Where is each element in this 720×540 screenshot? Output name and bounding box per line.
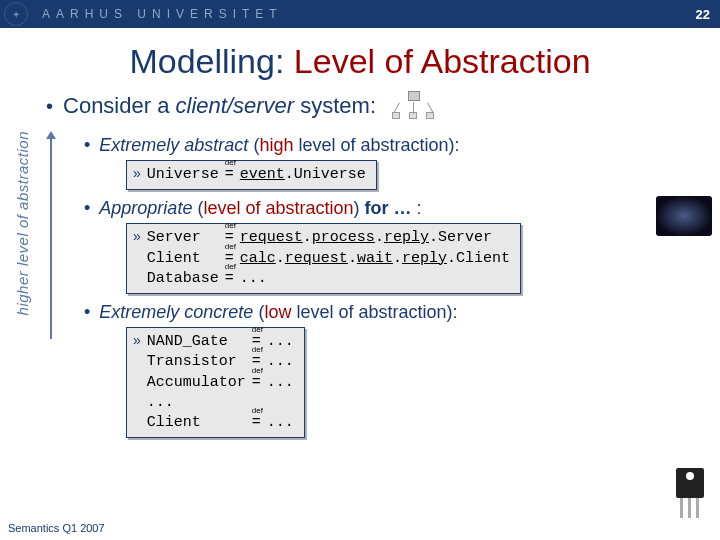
definition-box: »NAND_Gate Transistor Accumulator ... Cl… [126, 327, 305, 438]
definition-eq-col: def=def=def= def= [252, 332, 261, 433]
client-server-diagram-icon [392, 91, 436, 121]
definition-left: Server Client Database [147, 228, 219, 289]
sub-bullet-raquo-icon: » [133, 332, 141, 348]
main-bullet-suffix: system: [294, 93, 376, 118]
sub-bullet: • Extremely concrete (low level of abstr… [84, 302, 712, 323]
galaxy-icon [656, 196, 712, 236]
page-number: 22 [696, 7, 710, 22]
main-bullet-italic: client/server [176, 93, 295, 118]
sub-bullet-raquo-icon: » [133, 165, 141, 181]
abstraction-arrow [44, 127, 58, 438]
main-bullet: • Consider a client/server system: [46, 91, 720, 121]
university-name: AARHUS UNIVERSITET [42, 7, 283, 21]
definition-left: Universe [147, 165, 219, 185]
definition-eq-col: def= [225, 165, 234, 185]
header-bar: ✦ AARHUS UNIVERSITET 22 [0, 0, 720, 28]
slide-footer: Semantics Q1 2007 [8, 522, 105, 534]
title-accent: Level of Abstraction [294, 42, 591, 80]
definition-right: ......... ... [267, 332, 294, 433]
vertical-axis-label: higher level of abstraction [14, 131, 31, 315]
definition-box: »Universedef=event.Universe [126, 160, 377, 190]
sub-bullet: • Extremely abstract (high level of abst… [84, 135, 712, 156]
content-area: higher level of abstraction • Extremely … [0, 127, 720, 438]
arrow-up-icon [46, 131, 56, 139]
transistor-icon [672, 468, 708, 522]
definition-right: request.process.reply.Servercalc.request… [240, 228, 510, 289]
sub-bullet: • Appropriate (level of abstraction) for… [84, 198, 712, 219]
definition-left: NAND_Gate Transistor Accumulator ... Cli… [147, 332, 246, 433]
levels-list: • Extremely abstract (high level of abst… [58, 127, 720, 438]
definition-eq-col: def=def=def= [225, 228, 234, 289]
slide-title: Modelling: Level of Abstraction [0, 42, 720, 81]
university-seal-icon: ✦ [4, 2, 28, 26]
main-bullet-prefix: Consider a [63, 93, 176, 118]
sub-bullet-raquo-icon: » [133, 228, 141, 244]
definition-right: event.Universe [240, 165, 366, 185]
vertical-axis-label-wrap: higher level of abstraction [0, 127, 44, 438]
definition-box: »Server Client Databasedef=def=def=reque… [126, 223, 521, 294]
title-plain: Modelling: [129, 42, 293, 80]
bullet-dot-icon: • [46, 95, 53, 118]
